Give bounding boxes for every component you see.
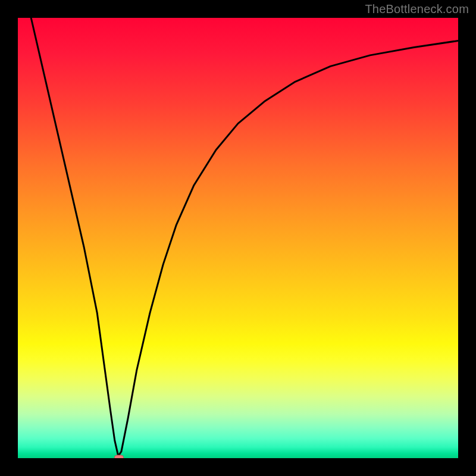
plot-area — [17, 17, 459, 459]
min-bottleneck-marker — [114, 455, 124, 459]
chart-frame: TheBottleneck.com — [0, 0, 476, 476]
watermark-text: TheBottleneck.com — [365, 2, 469, 16]
bottleneck-curve — [18, 18, 458, 458]
